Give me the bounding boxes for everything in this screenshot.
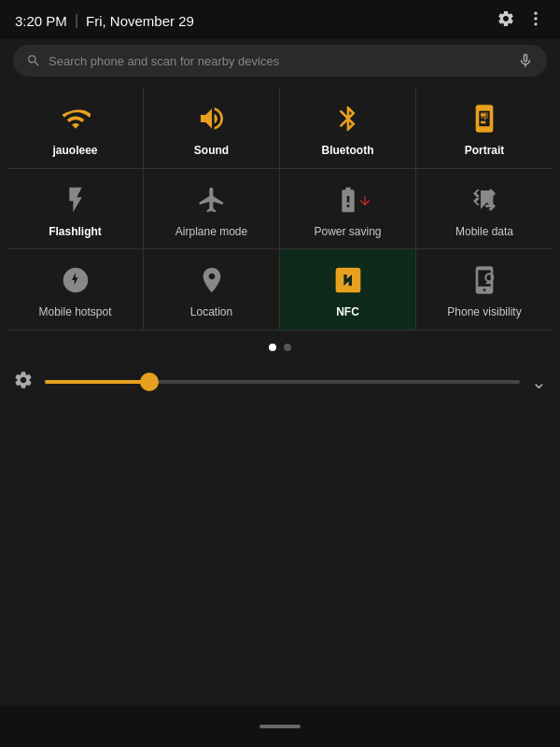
tile-flashlight[interactable]: Flashlight	[7, 169, 144, 250]
tile-mobilehotspot[interactable]: Mobile hotspot	[7, 249, 144, 331]
status-time: 3:20 PM	[15, 13, 67, 29]
expand-icon[interactable]: ⌄	[531, 371, 547, 393]
tile-airplane-label: Airplane mode	[175, 225, 247, 240]
tile-airplane[interactable]: Airplane mode	[144, 169, 280, 250]
bluetooth-icon	[330, 101, 366, 136]
sound-icon	[194, 101, 230, 136]
nav-pill	[259, 725, 301, 728]
status-bar: 3:20 PM | Fri, November 29	[0, 0, 560, 39]
status-separator: |	[75, 12, 78, 29]
tile-sound[interactable]: Sound	[144, 88, 280, 169]
settings-icon[interactable]	[497, 9, 515, 32]
tile-portrait-label: Portrait	[465, 144, 505, 159]
brightness-icon[interactable]	[13, 370, 34, 394]
tile-nfc-label: NFC	[336, 305, 359, 320]
hotspot-icon	[58, 262, 93, 298]
tile-mobiledata[interactable]: Mobile data	[416, 169, 553, 250]
mobiledata-icon	[467, 182, 502, 218]
tile-nfc[interactable]: NFC	[280, 249, 416, 331]
location-icon	[194, 262, 230, 298]
tile-flashlight-label: Flashlight	[49, 225, 102, 240]
tile-mobilehotspot-label: Mobile hotspot	[38, 305, 111, 320]
phonevisibility-icon	[467, 262, 502, 298]
tile-wifi-label: jauoleee	[52, 144, 97, 159]
more-icon[interactable]	[526, 9, 545, 32]
airplane-icon	[194, 182, 230, 218]
tile-powersaving[interactable]: Power saving	[280, 169, 416, 250]
pagination	[0, 331, 560, 360]
tile-location[interactable]: Location	[144, 249, 280, 331]
svg-point-1	[534, 17, 537, 20]
pagination-dot-2[interactable]	[284, 344, 291, 351]
tile-wifi[interactable]: jauoleee	[7, 88, 144, 169]
nfc-icon	[330, 262, 366, 298]
flashlight-icon	[58, 182, 93, 218]
nav-bottom	[0, 706, 560, 747]
portrait-icon	[467, 101, 502, 136]
svg-rect-4	[481, 112, 488, 119]
brightness-slider[interactable]	[45, 380, 520, 384]
brightness-fill	[45, 380, 149, 384]
tile-bluetooth[interactable]: Bluetooth	[280, 88, 416, 169]
tile-bluetooth-label: Bluetooth	[322, 144, 374, 159]
wifi-icon	[58, 101, 93, 136]
search-bar[interactable]: Search phone and scan for nearby devices	[13, 45, 547, 77]
tile-phonevisibility[interactable]: Phone visibility	[416, 249, 553, 331]
status-icons	[497, 9, 545, 32]
search-icon	[26, 53, 41, 68]
search-placeholder: Search phone and scan for nearby devices	[49, 54, 510, 68]
pagination-dot-1[interactable]	[269, 344, 276, 351]
svg-point-0	[534, 12, 537, 15]
brightness-thumb[interactable]	[140, 373, 159, 391]
svg-point-2	[534, 22, 537, 25]
tiles-grid: jauoleee Sound Bluetooth Portrait	[0, 88, 560, 331]
tile-mobiledata-label: Mobile data	[455, 225, 513, 240]
tile-location-label: Location	[190, 305, 232, 320]
tile-portrait[interactable]: Portrait	[416, 88, 553, 169]
tile-powersaving-label: Power saving	[314, 225, 381, 240]
tile-phonevisibility-label: Phone visibility	[447, 305, 521, 320]
brightness-bar: ⌄	[0, 360, 560, 403]
mic-icon[interactable]	[517, 52, 534, 69]
tile-sound-label: Sound	[194, 144, 229, 159]
status-date: Fri, November 29	[86, 13, 194, 29]
